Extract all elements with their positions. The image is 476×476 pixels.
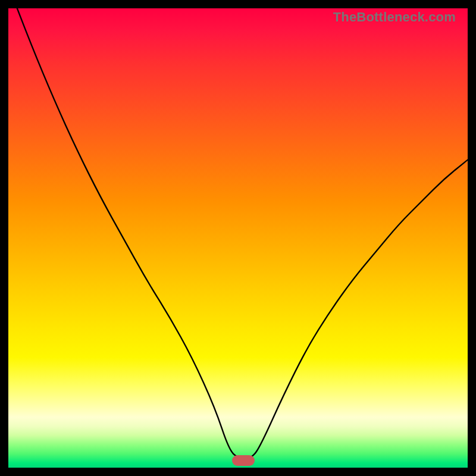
bottleneck-curve: [8, 8, 468, 468]
optimal-point-marker: [232, 455, 255, 466]
plot-area: TheBottleneck.com: [8, 8, 468, 468]
chart-frame: TheBottleneck.com: [0, 0, 476, 476]
